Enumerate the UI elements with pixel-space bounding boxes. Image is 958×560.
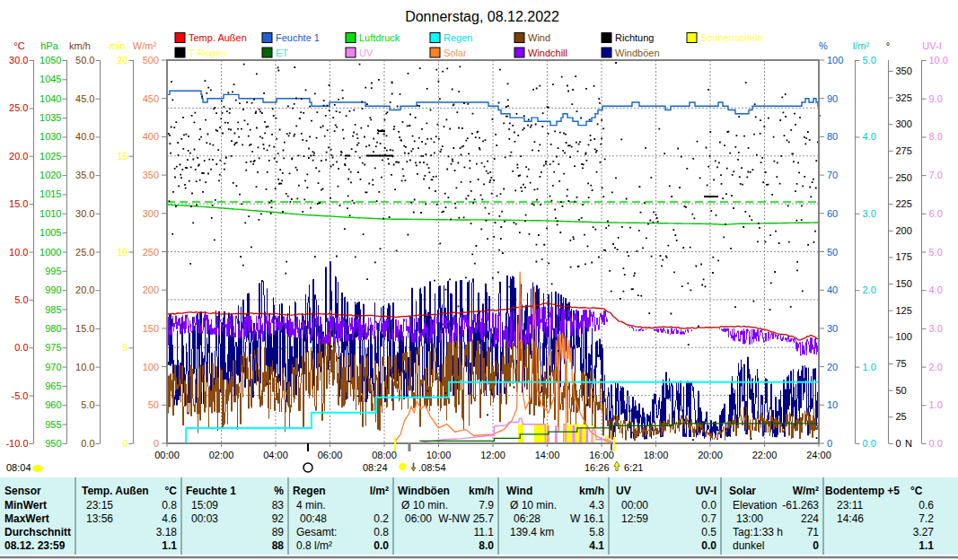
- svg-text:-10.0: -10.0: [5, 438, 28, 449]
- svg-text:1050: 1050: [40, 55, 61, 66]
- svg-text:4.1: 4.1: [589, 539, 604, 552]
- svg-text:100: 100: [896, 331, 912, 342]
- svg-text:400: 400: [143, 131, 159, 142]
- svg-text:10.0: 10.0: [75, 362, 94, 372]
- svg-text:Regen: Regen: [293, 485, 326, 497]
- svg-text:06:00: 06:00: [318, 450, 343, 460]
- svg-text:Luftdruck: Luftdruck: [359, 32, 400, 43]
- svg-text:970: 970: [45, 362, 61, 372]
- svg-text:150: 150: [143, 323, 159, 334]
- svg-text:20.0: 20.0: [75, 284, 94, 295]
- svg-text:0.0: 0.0: [14, 342, 28, 353]
- svg-text:Sensor: Sensor: [4, 485, 41, 497]
- svg-text:N: N: [905, 438, 912, 449]
- svg-text:W-NW 25.7: W-NW 25.7: [438, 512, 494, 525]
- svg-text:l/m²: l/m²: [370, 485, 389, 497]
- svg-text:5.8: 5.8: [589, 526, 604, 538]
- svg-text:2.0: 2.0: [929, 362, 943, 372]
- svg-text:UV-I: UV-I: [922, 40, 941, 51]
- svg-text:40.0: 40.0: [75, 131, 94, 142]
- svg-text:150: 150: [896, 278, 912, 289]
- svg-text:15.0: 15.0: [9, 198, 28, 209]
- svg-text:0.7: 0.7: [701, 512, 716, 525]
- svg-text:350: 350: [143, 170, 159, 180]
- svg-text:200: 200: [143, 284, 159, 295]
- svg-text:0.8 l/m²: 0.8 l/m²: [296, 539, 332, 552]
- svg-text:4.3: 4.3: [589, 499, 604, 512]
- svg-text:Wind: Wind: [506, 485, 532, 497]
- svg-text:°C: °C: [910, 485, 923, 497]
- svg-text:985: 985: [45, 304, 61, 315]
- svg-text:dunkel: dunkel: [733, 539, 764, 552]
- svg-text:24:00: 24:00: [806, 450, 831, 460]
- svg-text:0: 0: [813, 539, 819, 552]
- svg-text:0.6: 0.6: [918, 499, 934, 512]
- svg-text:MaxWert: MaxWert: [4, 512, 49, 525]
- svg-text:0: 0: [896, 438, 901, 449]
- svg-text:20: 20: [117, 55, 127, 66]
- svg-text:350: 350: [896, 66, 912, 76]
- svg-text:14:46: 14:46: [837, 512, 864, 525]
- svg-text:10: 10: [827, 399, 838, 410]
- svg-text:0.0: 0.0: [929, 438, 943, 449]
- svg-text:8.0: 8.0: [929, 131, 943, 142]
- svg-text:00:00: 00:00: [621, 499, 648, 512]
- svg-text:83: 83: [272, 499, 285, 512]
- svg-text:7.9: 7.9: [479, 499, 494, 512]
- svg-text:300: 300: [143, 208, 159, 219]
- svg-text:6:21: 6:21: [624, 462, 643, 473]
- svg-text:1005: 1005: [40, 227, 61, 238]
- svg-text:08:00: 08:00: [372, 450, 397, 460]
- svg-text:40: 40: [827, 284, 838, 295]
- svg-text:13:00: 13:00: [736, 512, 763, 525]
- svg-text:08.12. 23:59: 08.12. 23:59: [4, 539, 66, 552]
- svg-text:80: 80: [827, 131, 838, 142]
- svg-text:00:03: 00:03: [191, 512, 218, 525]
- svg-text:92: 92: [272, 512, 285, 525]
- svg-text:Bodentemp +5: Bodentemp +5: [825, 485, 900, 497]
- svg-text:500: 500: [143, 55, 159, 66]
- svg-text:1010: 1010: [40, 208, 61, 219]
- svg-text:1000: 1000: [40, 247, 61, 258]
- svg-text:20:00: 20:00: [698, 450, 723, 460]
- svg-text:-5.0: -5.0: [12, 390, 29, 401]
- svg-text:50: 50: [896, 385, 907, 396]
- svg-text:16:00: 16:00: [589, 450, 614, 460]
- svg-text:30.0: 30.0: [9, 55, 28, 66]
- svg-text:50.0: 50.0: [75, 55, 94, 66]
- svg-text:20.0: 20.0: [9, 151, 28, 162]
- svg-text:1045: 1045: [40, 74, 61, 84]
- svg-text:Donnerstag, 08.12.2022: Donnerstag, 08.12.2022: [405, 9, 559, 24]
- svg-text:995: 995: [45, 266, 61, 276]
- svg-text:30.0: 30.0: [75, 208, 94, 219]
- svg-text:%: %: [274, 485, 284, 497]
- svg-text:1020: 1020: [40, 170, 61, 180]
- svg-text:1.1: 1.1: [918, 539, 934, 552]
- svg-text:18:00: 18:00: [644, 450, 669, 460]
- svg-text:225: 225: [896, 198, 912, 209]
- svg-text:25: 25: [896, 411, 907, 422]
- svg-text:Temp. Außen: Temp. Außen: [82, 485, 149, 497]
- svg-text:Windchill: Windchill: [528, 48, 567, 58]
- svg-text:175: 175: [896, 251, 912, 262]
- svg-text:3.0: 3.0: [929, 323, 943, 334]
- svg-text:Windböen: Windböen: [398, 485, 450, 497]
- svg-text:06:28: 06:28: [514, 512, 541, 525]
- svg-text:990: 990: [45, 284, 61, 295]
- svg-text:0.0: 0.0: [701, 499, 716, 512]
- svg-text:0: 0: [154, 438, 159, 449]
- svg-text:1040: 1040: [40, 93, 61, 104]
- svg-text:25.0: 25.0: [75, 247, 94, 258]
- svg-text:1.0: 1.0: [929, 399, 943, 410]
- svg-text:6.0: 6.0: [929, 208, 943, 219]
- svg-text:7.0: 7.0: [929, 170, 943, 180]
- svg-text:l/m²: l/m²: [853, 40, 870, 51]
- svg-text:W/m²: W/m²: [793, 485, 819, 497]
- svg-text:0.8: 0.8: [162, 499, 177, 512]
- svg-text:hPa: hPa: [40, 40, 58, 51]
- svg-text:10:00: 10:00: [426, 450, 452, 460]
- svg-text:125: 125: [896, 305, 912, 316]
- svg-text:Ø 10 min.: Ø 10 min.: [510, 499, 557, 512]
- svg-text:.08:54: .08:54: [418, 462, 446, 473]
- svg-text:0.0: 0.0: [81, 438, 94, 449]
